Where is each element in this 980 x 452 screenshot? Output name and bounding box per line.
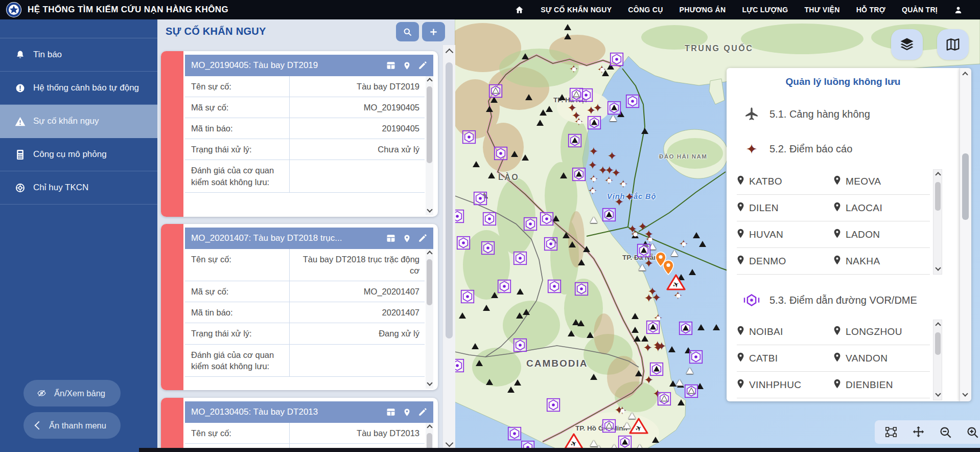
edit-icon[interactable] bbox=[418, 408, 427, 417]
sidebar: Tin báo Hệ thống cảnh báo tự động Sự cố … bbox=[0, 19, 157, 452]
nav-item-luc-luong[interactable]: LỰC LƯỢNG bbox=[734, 6, 796, 14]
waypoint-item[interactable]: DENMO bbox=[737, 255, 833, 267]
table-icon[interactable] bbox=[386, 233, 396, 243]
waypoint-row: CATBI VANDON bbox=[737, 345, 930, 372]
nav-item-cong-cu[interactable]: CÔNG CỤ bbox=[620, 6, 671, 14]
hide-menu-button[interactable]: Ẩn thanh menu bbox=[24, 412, 121, 439]
search-button[interactable] bbox=[396, 22, 419, 41]
layers-button[interactable] bbox=[891, 29, 923, 60]
vor-list-scrollbar[interactable] bbox=[933, 320, 942, 400]
field-row: Mã tin báo:20201407 bbox=[185, 302, 425, 323]
incident-card: MO_20201407: Tàu bay DT2018 trục... Tên … bbox=[161, 224, 438, 390]
waypoint-row: KATBO MEOVA bbox=[737, 168, 930, 195]
waypoint-item[interactable]: VINHPHUC bbox=[737, 379, 833, 391]
pan-tool-icon[interactable] bbox=[912, 425, 925, 439]
airflow-scrollbar-thumb[interactable] bbox=[962, 153, 969, 220]
airflow-panel: Quản lý luồng không lưu 5.1. Cảng hàng k… bbox=[727, 68, 971, 401]
location-icon[interactable] bbox=[403, 61, 411, 71]
field-value: MO_20190405 bbox=[290, 97, 425, 118]
table-icon[interactable] bbox=[386, 60, 396, 71]
field-value bbox=[290, 160, 425, 192]
calculator-icon bbox=[14, 150, 26, 160]
field-value: Đang xử lý bbox=[290, 323, 425, 344]
field-value: 20190405 bbox=[290, 118, 425, 139]
app-title: HỆ THỐNG TÌM KIẾM CỨU NẠN HÀNG KHÔNG bbox=[28, 5, 228, 15]
field-label: Mã sự cố: bbox=[185, 281, 290, 302]
waypoint-item[interactable]: CATBI bbox=[737, 352, 833, 365]
pin-icon bbox=[737, 175, 744, 188]
field-row: Tên sự cố:Tàu bay DT2013 bbox=[185, 423, 425, 444]
waypoint-item[interactable]: NAKHA bbox=[833, 255, 930, 267]
report-list-scrollbar[interactable] bbox=[933, 169, 942, 275]
top-navbar: HỆ THỐNG TÌM KIẾM CỨU NẠN HÀNG KHÔNG SỰ … bbox=[0, 0, 980, 19]
field-label: Trạng thái xử lý: bbox=[185, 139, 290, 160]
pin-icon bbox=[737, 352, 744, 365]
field-row: Tên sự cố:Tàu bay DT2018 trục trặc động … bbox=[185, 249, 425, 281]
panel-scrollbar-thumb[interactable] bbox=[446, 62, 453, 338]
location-icon[interactable] bbox=[403, 234, 411, 243]
nav-item-thu-vien[interactable]: THƯ VIỆN bbox=[796, 6, 848, 14]
nav-item-ho-tro[interactable]: HỖ TRỢ bbox=[848, 6, 894, 14]
toggle-table-button[interactable]: Ẩn/Xem bảng bbox=[24, 380, 121, 406]
waypoint-item[interactable]: LADON bbox=[833, 229, 930, 241]
incident-panel: SỰ CỐ KHẨN NGUY MO_20190405: Tàu bay DT2… bbox=[157, 19, 455, 452]
incident-card-header[interactable]: MO_20190405: Tàu bay DT2019 bbox=[185, 55, 433, 76]
transform-tool-icon[interactable] bbox=[884, 425, 898, 439]
incident-fields: Tên sự cố:Tàu bay DT2019 Mã sự cố:MO_201… bbox=[185, 76, 425, 193]
waypoint-item[interactable]: LAOCAI bbox=[833, 202, 930, 214]
waypoint-item[interactable]: LONGZHOU bbox=[833, 326, 930, 338]
nav-item-su-co-khan-nguy[interactable]: SỰ CỐ KHẨN NGUY bbox=[532, 6, 620, 14]
section-vor-dme[interactable]: 5.3. Điểm dẫn đường VOR/DME bbox=[727, 288, 960, 312]
edit-icon[interactable] bbox=[418, 61, 427, 70]
home-icon[interactable] bbox=[506, 5, 532, 15]
nav-item-phuong-an[interactable]: PHƯƠNG ÁN bbox=[671, 6, 734, 14]
incident-card-header[interactable]: MO_20130405: Tàu bay DT2013 bbox=[185, 401, 433, 423]
pin-icon bbox=[737, 326, 744, 338]
pin-icon bbox=[737, 202, 744, 214]
hide-menu-label: Ẩn thanh menu bbox=[49, 421, 106, 431]
table-icon[interactable] bbox=[386, 407, 396, 417]
waypoint-item[interactable]: VANDON bbox=[833, 352, 930, 365]
edit-icon[interactable] bbox=[418, 234, 427, 243]
pin-icon bbox=[737, 229, 744, 241]
sidebar-item-canh-bao-tu-dong[interactable]: Hệ thống cảnh báo tự động bbox=[0, 72, 157, 105]
pin-icon bbox=[833, 229, 841, 241]
waypoint-item[interactable]: HUVAN bbox=[737, 229, 833, 241]
waypoint-row: DENMO NAKHA bbox=[737, 248, 930, 275]
sidebar-item-cong-cu-mo-phong[interactable]: Công cụ mô phỏng bbox=[0, 138, 157, 171]
zoom-in-icon[interactable] bbox=[966, 425, 979, 439]
add-incident-button[interactable] bbox=[422, 22, 445, 41]
field-row: Trạng thái xử lý:Đang xử lý bbox=[185, 323, 425, 344]
field-label: Tên sự cố: bbox=[185, 249, 290, 281]
section-airports[interactable]: 5.1. Cảng hàng không bbox=[727, 102, 960, 126]
map[interactable]: TRUNG QUỐCLÀOCAMBODIAĐẢO HẢI NAMVịnh Bắc… bbox=[455, 19, 980, 452]
sidebar-item-tin-bao[interactable]: Tin báo bbox=[0, 38, 157, 72]
app-logo-icon bbox=[6, 2, 21, 17]
waypoint-item[interactable]: MEOVA bbox=[833, 175, 930, 188]
section-report-points[interactable]: ✦ 5.2. Điểm báo cáo bbox=[727, 137, 960, 161]
zoom-out-icon[interactable] bbox=[939, 425, 952, 439]
waypoint-item[interactable]: NOIBAI bbox=[737, 326, 833, 338]
pin-icon bbox=[833, 326, 841, 338]
waypoint-item[interactable]: DILEN bbox=[737, 202, 833, 214]
nav-item-quan-tri[interactable]: QUẢN TRỊ bbox=[894, 6, 946, 14]
field-row: Mã sự cố:MO_20201407 bbox=[185, 281, 425, 302]
field-value: 20201407 bbox=[290, 302, 425, 323]
location-icon[interactable] bbox=[403, 408, 411, 417]
panel-scrollbar[interactable] bbox=[442, 45, 455, 452]
section-label: 5.1. Cảng hàng không bbox=[769, 108, 870, 120]
incident-card-header[interactable]: MO_20201407: Tàu bay DT2018 trục... bbox=[185, 228, 433, 249]
airplane-icon bbox=[740, 106, 763, 122]
pin-icon bbox=[737, 255, 744, 267]
field-row: Mã sự cố:MO_20190405 bbox=[185, 97, 425, 118]
card-scrollbar[interactable] bbox=[426, 249, 433, 389]
basemap-button[interactable] bbox=[937, 29, 969, 60]
waypoint-item[interactable]: KATBO bbox=[737, 175, 833, 188]
navbar-menu: SỰ CỐ KHẨN NGUY CÔNG CỤ PHƯƠNG ÁN LỰC LƯ… bbox=[506, 5, 980, 15]
waypoint-item[interactable]: DIENBIEN bbox=[833, 379, 930, 391]
airflow-panel-scrollbar[interactable] bbox=[960, 68, 971, 401]
sidebar-item-su-co-khan-nguy[interactable]: Sự cố khẩn nguy bbox=[0, 105, 157, 138]
card-scrollbar[interactable] bbox=[426, 76, 433, 215]
user-icon[interactable] bbox=[946, 6, 971, 14]
sidebar-item-chi-huy-tkcn[interactable]: Chỉ huy TKCN bbox=[0, 171, 157, 205]
